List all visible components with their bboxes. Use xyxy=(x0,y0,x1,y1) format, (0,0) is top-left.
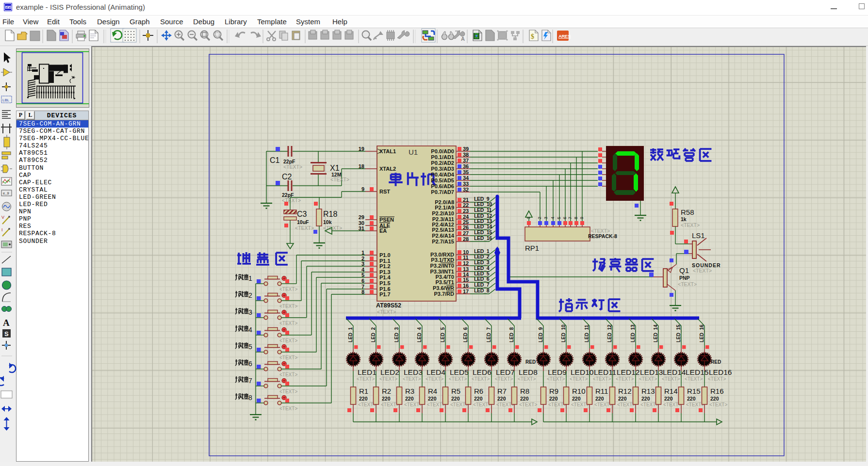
svg-text:<TEXT>: <TEXT> xyxy=(639,376,657,382)
svg-text:<TEXT>: <TEXT> xyxy=(472,376,490,382)
svg-text:5: 5 xyxy=(248,343,252,351)
svg-text:26: 26 xyxy=(463,225,469,230)
svg-text:6: 6 xyxy=(248,360,252,368)
svg-text:LED_1: LED_1 xyxy=(348,327,353,342)
svg-text:LED_2: LED_2 xyxy=(474,254,490,259)
svg-text:<TEXT>: <TEXT> xyxy=(379,376,397,382)
svg-text:P1.0: P1.0 xyxy=(379,252,391,258)
svg-text:1: 1 xyxy=(361,250,364,256)
svg-text:P1.4: P1.4 xyxy=(379,274,391,280)
svg-text:P2.6/A14: P2.6/A14 xyxy=(432,233,455,239)
svg-text:12: 12 xyxy=(463,260,469,266)
svg-text:XTAL2: XTAL2 xyxy=(379,166,396,172)
svg-text:P1.5: P1.5 xyxy=(379,280,391,286)
svg-text:<TEXT>: <TEXT> xyxy=(693,268,712,273)
svg-text:29: 29 xyxy=(359,214,364,220)
svg-text:220: 220 xyxy=(641,396,650,402)
svg-text:LED13: LED13 xyxy=(640,368,663,376)
svg-text:RED: RED xyxy=(711,359,721,365)
svg-text:R1: R1 xyxy=(359,387,368,395)
svg-text:<TEXT>: <TEXT> xyxy=(662,376,680,382)
svg-text:R5: R5 xyxy=(451,387,460,395)
svg-text:8: 8 xyxy=(573,217,578,219)
svg-text:LED8: LED8 xyxy=(519,368,538,376)
svg-text:R16: R16 xyxy=(710,387,724,395)
svg-text:10uF: 10uF xyxy=(297,219,309,225)
svg-text:C2: C2 xyxy=(282,173,292,181)
svg-text:LED1: LED1 xyxy=(358,368,377,376)
svg-text:LED14: LED14 xyxy=(663,368,686,376)
svg-text:e_9: e_9 xyxy=(3,192,9,195)
svg-text:<TEXT>: <TEXT> xyxy=(495,376,513,382)
svg-text:19: 19 xyxy=(359,146,364,152)
svg-text:220: 220 xyxy=(595,396,604,402)
svg-text:220: 220 xyxy=(428,396,437,402)
svg-text:X1: X1 xyxy=(330,164,340,172)
svg-text:32: 32 xyxy=(463,187,469,193)
svg-text:LED_6: LED_6 xyxy=(474,276,490,282)
svg-text:LED_16: LED_16 xyxy=(474,235,492,241)
svg-text:P0.0/AD0: P0.0/AD0 xyxy=(431,148,454,154)
svg-text:LED7: LED7 xyxy=(496,368,515,376)
svg-text:<TEXT>: <TEXT> xyxy=(678,281,697,287)
svg-text:9: 9 xyxy=(579,217,584,219)
svg-text:R11: R11 xyxy=(595,387,608,395)
svg-text:LED_8: LED_8 xyxy=(474,288,490,293)
svg-text:3: 3 xyxy=(361,261,364,267)
svg-text:LED_5: LED_5 xyxy=(440,327,445,342)
svg-text:R58: R58 xyxy=(681,208,694,216)
svg-text:LED_4: LED_4 xyxy=(417,327,422,342)
svg-text:22: 22 xyxy=(463,202,469,208)
svg-text:LED15: LED15 xyxy=(686,368,708,376)
svg-text:LED_15: LED_15 xyxy=(474,229,492,235)
svg-text:P2.5/A13: P2.5/A13 xyxy=(432,227,454,233)
svg-text:RED: RED xyxy=(525,359,536,365)
svg-text:<TEXT>: <TEXT> xyxy=(279,287,297,292)
svg-text:16: 16 xyxy=(463,283,469,289)
svg-text:11: 11 xyxy=(463,255,469,260)
svg-text:1: 1 xyxy=(526,217,531,219)
svg-text:P3.6/WR: P3.6/WR xyxy=(433,285,454,291)
svg-text:<TEXT>: <TEXT> xyxy=(403,376,421,382)
svg-text:<TEXT>: <TEXT> xyxy=(283,164,302,170)
svg-text:6: 6 xyxy=(562,217,567,219)
svg-text:LED2: LED2 xyxy=(380,368,399,376)
svg-text:LED3: LED3 xyxy=(404,368,423,376)
svg-text:<TEXT>: <TEXT> xyxy=(547,376,565,382)
svg-text:31: 31 xyxy=(359,225,364,231)
svg-text:<TEXT>: <TEXT> xyxy=(709,402,727,407)
svg-text:R12: R12 xyxy=(618,387,632,395)
svg-text:A: A xyxy=(461,36,465,42)
svg-text:LED_3: LED_3 xyxy=(394,327,399,342)
svg-text:LED6: LED6 xyxy=(473,368,491,376)
svg-text:P3.5/T1: P3.5/T1 xyxy=(435,279,454,285)
svg-text:17: 17 xyxy=(463,289,469,294)
svg-text:LED_14: LED_14 xyxy=(474,224,492,229)
svg-text:4: 4 xyxy=(550,217,555,219)
svg-text:R18: R18 xyxy=(323,210,337,218)
svg-text:LED_11: LED_11 xyxy=(474,207,492,213)
svg-text:27: 27 xyxy=(463,230,469,236)
svg-text:XTAL1: XTAL1 xyxy=(379,148,396,154)
svg-text:LS1: LS1 xyxy=(692,231,705,240)
svg-text:6: 6 xyxy=(361,278,364,284)
svg-text:LED_10: LED_10 xyxy=(561,324,566,342)
svg-text:R14: R14 xyxy=(664,387,678,395)
svg-text:18: 18 xyxy=(359,163,364,169)
svg-text:<TEXT>: <TEXT> xyxy=(708,376,726,382)
svg-text:35: 35 xyxy=(463,169,469,175)
svg-text:LED_15: LED_15 xyxy=(676,324,681,342)
svg-text:P0.3/AD3: P0.3/AD3 xyxy=(431,166,454,172)
svg-text:P0.6/AD6: P0.6/AD6 xyxy=(431,183,454,189)
svg-text:5: 5 xyxy=(557,217,561,219)
svg-text:220: 220 xyxy=(687,396,696,402)
svg-text:5: 5 xyxy=(361,272,364,278)
svg-text:LED_2: LED_2 xyxy=(371,327,376,342)
svg-text:RP1: RP1 xyxy=(525,244,539,252)
svg-text:LED_11: LED_11 xyxy=(584,324,590,342)
svg-text:36: 36 xyxy=(463,163,469,169)
svg-text:<TEXT>: <TEXT> xyxy=(685,376,703,382)
svg-text:<TEXT>: <TEXT> xyxy=(681,222,700,228)
svg-text:33: 33 xyxy=(463,181,469,187)
svg-text:LED_9: LED_9 xyxy=(538,327,543,342)
